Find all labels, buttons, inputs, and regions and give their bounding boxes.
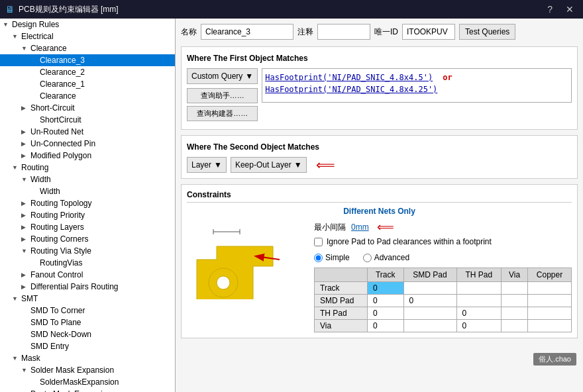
test-queries-button[interactable]: Test Queries [459,24,515,40]
tree-label-mask: Mask [21,354,40,363]
row-label-2: TH Pad [315,307,368,320]
second-object-section: Where The Second Object Matches Layer ▼ … [181,135,578,179]
cell-3-1[interactable] [403,320,456,332]
tree-item-routing-via-style[interactable]: ▼Routing Via Style [0,245,175,257]
tree-item-design-rules[interactable]: ▼Design Rules [0,19,175,30]
tree-item-routing-vias[interactable]: RoutingVias [0,257,175,269]
tree-item-routing[interactable]: ▼Routing [0,162,175,173]
cell-3-3[interactable] [502,320,528,332]
tree-item-clearance-2[interactable]: Clearance_2 [0,66,175,78]
row-label-1: SMD Pad [315,295,368,307]
tree-item-solder-mask-exp[interactable]: ▼Solder Mask Expansion [0,364,175,376]
simple-label: Simple [325,253,350,262]
table-row: Via00 [315,320,572,332]
custom-query-label: Custom Query [191,72,242,81]
tree-item-routing-corners[interactable]: ▶Routing Corners [0,233,175,245]
simple-radio[interactable] [314,254,323,262]
layer-type-label: Layer [191,160,211,170]
tree-item-routing-priority[interactable]: ▶Routing Priority [0,209,175,221]
close-button[interactable]: ✕ [562,3,578,16]
tree-item-routing-topology[interactable]: ▶Routing Topology [0,197,175,209]
tree-item-short-circuit[interactable]: ShortCircuit [0,114,175,126]
ignore-pad-checkbox[interactable] [314,238,323,246]
tree-item-paste-mask-exp[interactable]: ▼Paste Mask Expansion [0,388,175,392]
cell-2-3[interactable] [502,307,528,320]
constraints-header: Constraints [187,190,572,203]
tree-item-smd-to-plane[interactable]: SMD To Plane [0,317,175,328]
cell-0-4[interactable] [528,282,572,295]
tree-item-un-routed-net[interactable]: ▶Un-Routed Net [0,126,175,138]
cell-0-1[interactable] [403,282,456,295]
tree-item-fanout-control[interactable]: ▶Fanout Control [0,269,175,281]
tree-arrow: ▶ [21,128,30,135]
tree-arrow: ▶ [21,224,30,230]
tree-item-clearance-3[interactable]: Clearance_3 [0,54,175,66]
col-header-th: TH Pad [456,268,502,282]
cell-1-2[interactable] [456,295,502,307]
tree-item-diff-pairs[interactable]: ▶Differential Pairs Routing [0,281,175,293]
query-line1: HasFootprint('NI/PAD_SNIC_4.8x4.5') [265,73,433,82]
cell-1-0[interactable]: 0 [368,295,404,307]
tree-item-modified-polygon[interactable]: ▶Modified Polygon [0,150,175,162]
tree-label-modified-polygon: Modified Polygon [30,151,91,160]
tree-arrow: ▼ [12,355,21,362]
tree-arrow: ▶ [21,283,30,290]
help-button[interactable]: ? [543,3,556,16]
cell-1-1[interactable]: 0 [403,295,456,307]
tree-label-fanout-control: Fanout Control [30,270,83,279]
tree-item-mask[interactable]: ▼Mask [0,352,175,364]
cell-3-0[interactable]: 0 [368,320,404,332]
advanced-radio-option[interactable]: Advanced [363,253,409,262]
tree-item-smd-entry[interactable]: SMD Entry [0,340,175,352]
clearance-value-link[interactable]: 0mm [351,222,369,232]
tree-item-short-circuit-group[interactable]: ▶Short-Circuit [0,102,175,114]
tree-item-solder-mask-exp-leaf[interactable]: SolderMaskExpansion [0,376,175,388]
cell-1-3[interactable] [502,295,528,307]
uid-input[interactable] [402,24,455,40]
tree-label-smd-to-plane: SMD To Plane [30,318,81,327]
cell-0-0[interactable]: 0 [368,282,404,295]
layer-value-dropdown[interactable]: Keep-Out Layer ▼ [231,157,307,173]
query-builder-button[interactable]: 查询构建器…… [187,106,258,121]
tree-item-un-connected-pin[interactable]: ▶Un-Connected Pin [0,138,175,150]
tree-item-electrical[interactable]: ▼Electrical [0,30,175,42]
comment-input[interactable] [317,24,370,40]
tree-label-routing-topology: Routing Topology [30,199,92,208]
tree-item-width-group[interactable]: ▼Width [0,173,175,185]
tree-item-clearance-group[interactable]: ▼Clearance [0,42,175,54]
chevron-down-icon: ▼ [245,72,253,81]
layer-type-dropdown[interactable]: Layer ▼ [187,157,227,173]
tree-arrow: ▶ [21,271,30,278]
tree-label-clearance-1: Clearance_1 [40,79,85,89]
query-line2: HasFootprint('NI/PAD_SNIC_4.8x4.25') [265,85,437,94]
tree-item-width[interactable]: Width [0,185,175,197]
tree-label-solder-mask-exp: Solder Mask Expansion [30,366,114,375]
right-panel: 名称 注释 唯一ID Test Queries Where The First … [176,19,583,392]
tree-item-routing-layers[interactable]: ▶Routing Layers [0,221,175,233]
tree-item-clearance[interactable]: Clearance [0,90,175,102]
query-helper-button[interactable]: 查询助手…… [187,88,258,103]
tree-label-routing: Routing [21,163,48,172]
advanced-radio[interactable] [363,254,372,262]
tree-item-clearance-1[interactable]: Clearance_1 [0,78,175,90]
tree-item-smt[interactable]: ▼SMT [0,293,175,305]
tree-item-smd-neck-down[interactable]: SMD Neck-Down [0,328,175,340]
cell-3-4[interactable] [528,320,572,332]
cell-2-4[interactable] [528,307,572,320]
cell-3-2[interactable]: 0 [456,320,502,332]
tree-label-routing-layers: Routing Layers [30,222,84,232]
tree-arrow: ▶ [21,140,30,147]
custom-query-dropdown[interactable]: Custom Query ▼ [187,68,258,84]
simple-radio-option[interactable]: Simple [314,253,350,262]
cell-2-0[interactable]: 0 [368,307,404,320]
tree-item-smd-to-corner[interactable]: SMD To Corner [0,305,175,317]
tree-arrow: ▶ [21,200,30,207]
cell-0-3[interactable] [502,282,528,295]
tree-arrow: ▶ [21,105,30,111]
cell-2-1[interactable] [403,307,456,320]
cell-0-2[interactable] [456,282,502,295]
tree-arrow: ▼ [12,164,21,171]
name-input[interactable] [201,24,293,40]
cell-2-2[interactable]: 0 [456,307,502,320]
cell-1-4[interactable] [528,295,572,307]
